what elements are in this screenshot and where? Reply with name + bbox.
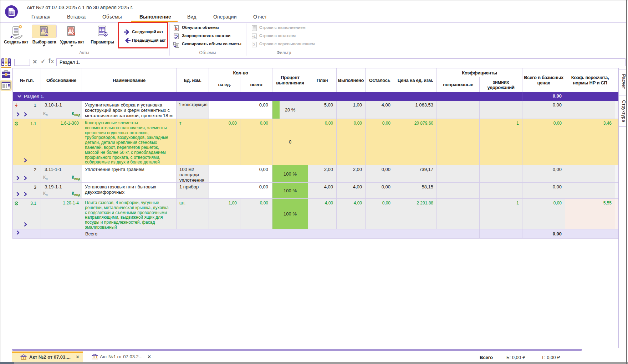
svg-text:Σ: Σ — [254, 35, 256, 38]
svg-text:0,: 0, — [175, 26, 177, 28]
svg-text:100: 100 — [174, 34, 177, 36]
svg-text:Σ: Σ — [253, 43, 255, 47]
